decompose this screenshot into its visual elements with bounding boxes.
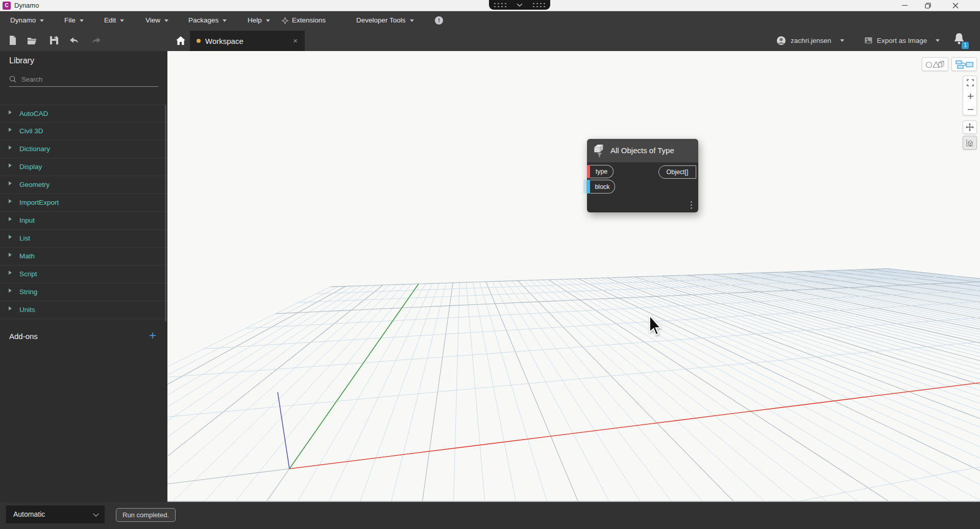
input-port-type[interactable]: type xyxy=(590,165,614,178)
sidebar-item-geometry[interactable]: Geometry xyxy=(0,176,167,194)
library-panel: Library Search AutoCADCivil 3DDictionary… xyxy=(0,51,167,502)
menu-item-developer-tools[interactable]: Developer Tools xyxy=(356,11,414,30)
chevron-down-icon xyxy=(266,19,270,22)
sidebar-item-units[interactable]: Units xyxy=(0,301,167,319)
addons-section: Add-ons + xyxy=(0,327,167,347)
zoom-in-button[interactable] xyxy=(963,89,977,103)
zoom-out-button[interactable] xyxy=(963,103,977,116)
geometry-view-toggle[interactable] xyxy=(922,57,948,71)
input-port-marker-block[interactable] xyxy=(586,180,590,194)
tab-close-icon[interactable]: × xyxy=(293,31,298,51)
expand-arrow-icon xyxy=(9,288,12,293)
node-all-objects-of-type[interactable]: All Objects of Type type block Object[] xyxy=(587,139,698,212)
chevron-down-icon xyxy=(223,19,227,22)
close-icon xyxy=(952,3,959,9)
tab-workspace[interactable]: Workspace × xyxy=(190,31,305,51)
category-label: Display xyxy=(19,163,42,171)
category-label: Math xyxy=(19,252,35,260)
library-scrollbar[interactable] xyxy=(165,105,166,322)
new-file-button[interactable] xyxy=(8,35,18,45)
port-label: type xyxy=(596,168,608,175)
minimize-button[interactable] xyxy=(894,0,915,11)
3d-grid xyxy=(167,51,980,502)
expand-arrow-icon xyxy=(9,163,12,167)
sidebar-item-input[interactable]: Input xyxy=(0,212,167,230)
menu-item-edit[interactable]: Edit xyxy=(104,11,124,30)
sidebar-item-importexport[interactable]: ImportExport xyxy=(0,194,167,212)
output-port-object-array[interactable]: Object[] xyxy=(658,165,696,179)
orbit-button[interactable] xyxy=(963,136,977,150)
sidebar-item-autocad[interactable]: AutoCAD xyxy=(0,105,167,123)
add-package-button[interactable]: + xyxy=(147,330,158,341)
pan-button[interactable] xyxy=(963,121,977,134)
open-file-button[interactable] xyxy=(27,35,37,45)
menu-bar: Extensions Developer Tools ! DynamoFileE… xyxy=(0,11,980,30)
category-label: Geometry xyxy=(19,181,50,188)
expand-arrow-icon xyxy=(9,271,12,275)
library-search-input[interactable]: Search xyxy=(9,74,158,87)
home-button[interactable] xyxy=(176,36,186,46)
menu-item-dynamo[interactable]: Dynamo xyxy=(10,11,44,30)
chevron-down-icon xyxy=(840,39,844,42)
user-name: zachri.jensen xyxy=(791,37,831,44)
node-options-ellipsis[interactable] xyxy=(691,200,692,210)
graph-view-toggle[interactable] xyxy=(951,57,977,71)
status-bar: Automatic Run completed. xyxy=(0,502,980,529)
geometry-shapes-icon xyxy=(925,60,945,68)
expand-arrow-icon xyxy=(9,199,12,203)
port-label: Object[] xyxy=(666,169,688,176)
menu-item-file[interactable]: File xyxy=(64,11,84,30)
sidebar-item-display[interactable]: Display xyxy=(0,158,167,176)
account-menu[interactable]: zachri.jensen xyxy=(776,30,844,51)
orbit-cube-icon xyxy=(966,138,974,147)
sidebar-item-civil-3d[interactable]: Civil 3D xyxy=(0,123,167,140)
chevron-down-icon xyxy=(517,3,523,7)
addons-label: Add-ons xyxy=(9,332,38,341)
sidebar-item-list[interactable]: List xyxy=(0,230,167,248)
plus-icon xyxy=(967,93,974,100)
dot-grid-icon xyxy=(493,2,507,8)
run-mode-select[interactable]: Automatic xyxy=(6,506,105,523)
search-icon xyxy=(9,76,16,83)
sidebar-item-string[interactable]: String xyxy=(0,283,167,301)
save-button[interactable] xyxy=(49,35,59,45)
chevron-down-icon xyxy=(93,511,99,516)
menu-item-help[interactable]: Help xyxy=(248,11,270,30)
category-label: AutoCAD xyxy=(19,110,48,117)
expand-arrow-icon xyxy=(9,146,12,150)
expand-arrow-icon xyxy=(9,128,12,132)
undo-button[interactable] xyxy=(69,35,80,45)
expand-arrow-icon xyxy=(9,181,12,185)
sidebar-item-dictionary[interactable]: Dictionary xyxy=(0,140,167,158)
restore-button[interactable] xyxy=(918,0,938,11)
redo-button-disabled xyxy=(91,35,101,45)
expand-arrow-icon xyxy=(9,235,12,239)
library-category-list: AutoCADCivil 3DDictionaryDisplayGeometry… xyxy=(0,105,167,319)
sidebar-item-script[interactable]: Script xyxy=(0,266,167,283)
export-as-image-button[interactable]: Export as Image xyxy=(865,30,940,51)
notification-badge: 1 xyxy=(962,42,969,49)
chevron-down-icon xyxy=(80,19,84,22)
image-icon xyxy=(865,37,872,44)
screen-snap-widget[interactable] xyxy=(489,0,550,10)
sidebar-item-math[interactable]: Math xyxy=(0,248,167,266)
menu-item-extensions[interactable]: Extensions xyxy=(292,11,326,30)
category-label: String xyxy=(19,288,37,296)
civil3d-app-icon: C xyxy=(3,2,11,10)
input-port-block[interactable]: block xyxy=(590,180,615,194)
category-label: Units xyxy=(19,306,35,314)
tab-label: Workspace xyxy=(205,37,243,45)
input-port-default-marker-block[interactable] xyxy=(583,180,586,194)
run-status-button[interactable]: Run completed. xyxy=(116,508,176,522)
info-icon[interactable]: ! xyxy=(435,16,443,25)
port-label: block xyxy=(595,183,609,190)
expand-arrow-icon xyxy=(9,110,12,114)
chevron-down-icon xyxy=(410,19,414,22)
node-header[interactable]: All Objects of Type xyxy=(587,139,698,162)
workspace-canvas[interactable]: All Objects of Type type block Object[] xyxy=(167,51,980,502)
menu-item-packages[interactable]: Packages xyxy=(188,11,227,30)
close-button[interactable] xyxy=(945,0,966,11)
menu-item-view[interactable]: View xyxy=(145,11,168,30)
expand-arrow-icon xyxy=(9,306,12,310)
fit-to-screen-button[interactable] xyxy=(963,76,977,89)
